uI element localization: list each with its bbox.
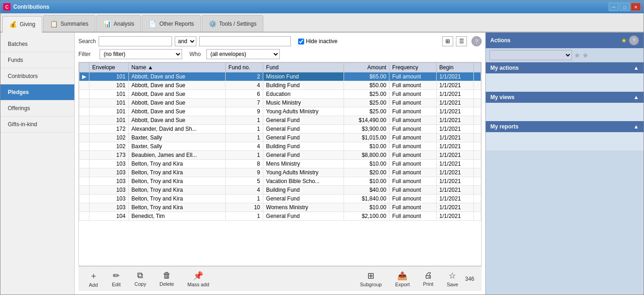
search-input-2[interactable] [199, 36, 291, 46]
my-views-title: My views [490, 94, 515, 100]
table-row[interactable]: ▶101Abbott, Dave and Sue2Mission Fund$65… [79, 72, 481, 81]
save-button[interactable]: ☆ Save [440, 269, 465, 289]
begin-cell: 1/1/2021 [436, 134, 473, 142]
begin-cell: 1/1/2021 [436, 203, 473, 212]
fund-no-cell: 1 [226, 134, 263, 142]
scroll-cell [474, 72, 481, 81]
frequency-cell: Full amount [389, 125, 437, 134]
my-views-content [486, 103, 644, 121]
envelope-cell: 102 [89, 134, 129, 142]
edit-button[interactable]: ✏ Edit [105, 269, 128, 289]
scroll-cell [474, 203, 481, 212]
table-row[interactable]: 103Belton, Troy and Kira5Vacation Bible … [79, 177, 481, 186]
help-button[interactable]: ? [472, 36, 482, 46]
amount-cell: $25.00 [344, 90, 389, 99]
table-container[interactable]: Envelope Name ▲ Fund no. Fund Amount Fre… [78, 62, 482, 266]
copy-button[interactable]: ⧉ Copy [128, 269, 153, 289]
begin-cell: 1/1/2021 [436, 125, 473, 134]
table-row[interactable]: 102Baxter, Sally1General Fund$1,015.00Fu… [79, 134, 481, 142]
table-row[interactable]: 173Beaubien, James and Ell...1General Fu… [79, 151, 481, 160]
table-row[interactable]: 103Belton, Troy and Kira1General Fund$1,… [79, 195, 481, 203]
actions-dropdown-star[interactable]: ★ [574, 51, 580, 60]
scroll-cell [474, 142, 481, 151]
fund-no-cell: 1 [226, 125, 263, 134]
subgroup-button[interactable]: ⊞ Subgroup [354, 269, 389, 289]
amount-cell: $8,800.00 [344, 151, 389, 160]
my-reports-header[interactable]: My reports ▲ [486, 121, 644, 132]
table-row[interactable]: 103Belton, Troy and Kira9Young Adults Mi… [79, 168, 481, 177]
col-frequency[interactable]: Frequency [389, 63, 437, 72]
col-fund-no[interactable]: Fund no. [226, 63, 263, 72]
actions-dropdown[interactable] [489, 50, 572, 60]
grid-view-button[interactable]: ⊞ [442, 36, 453, 46]
sidebar-item-offerings[interactable]: Offerings [0, 100, 74, 117]
hide-inactive-label[interactable]: Hide inactive [298, 38, 338, 45]
table-row[interactable]: 103Belton, Troy and Kira10Womens Ministr… [79, 203, 481, 212]
edit-icon: ✏ [113, 271, 120, 281]
list-view-button[interactable]: ☰ [456, 36, 467, 46]
sidebar-item-pledges[interactable]: Pledges [0, 84, 74, 100]
table-row[interactable]: 102Baxter, Sally4Building Fund$10.00Full… [79, 142, 481, 151]
table-row[interactable]: 101Abbott, Dave and Sue9Young Adults Min… [79, 107, 481, 116]
export-icon: 📤 [397, 271, 407, 281]
add-button[interactable]: ＋ Add [82, 268, 105, 289]
delete-button[interactable]: 🗑 Delete [153, 269, 181, 289]
search-input[interactable] [99, 36, 172, 46]
col-amount[interactable]: Amount [344, 63, 389, 72]
tab-analysis[interactable]: 📊 Analysis [96, 15, 141, 32]
filter-select[interactable]: (no filter) [100, 49, 182, 59]
fund-cell: General Fund [263, 116, 344, 125]
amount-cell: $14,490.00 [344, 116, 389, 125]
print-button[interactable]: 🖨 Print [416, 269, 440, 289]
tab-other-reports[interactable]: 📄 Other Reports [142, 15, 200, 32]
my-actions-header[interactable]: My actions ▲ [486, 62, 644, 73]
sidebar-item-contributors[interactable]: Contributors [0, 68, 74, 84]
table-row[interactable]: 101Abbott, Dave and Sue7Music Ministry$2… [79, 99, 481, 107]
frequency-cell: Full amount [389, 90, 437, 99]
export-button[interactable]: 📤 Export [389, 269, 416, 289]
col-fund[interactable]: Fund [263, 63, 344, 72]
fund-cell: Womens Ministry [263, 203, 344, 212]
sidebar-item-funds[interactable]: Funds [0, 52, 74, 68]
summaries-icon: 📋 [50, 20, 58, 28]
actions-help-button[interactable]: ? [629, 35, 639, 45]
actions-star-button[interactable]: ★ [621, 37, 627, 44]
actions-title: Actions [490, 37, 511, 44]
table-row[interactable]: 101Abbott, Dave and Sue1General Fund$14,… [79, 116, 481, 125]
mass-add-button[interactable]: 📌 Mass add [181, 269, 216, 289]
envelope-cell: 101 [89, 72, 129, 81]
maximize-button[interactable]: □ [620, 3, 630, 11]
fund-no-cell: 4 [226, 81, 263, 90]
col-envelope[interactable]: Envelope [89, 63, 129, 72]
fund-cell: General Fund [263, 212, 344, 221]
who-select[interactable]: (all envelopes) [206, 49, 280, 59]
name-cell: Belton, Troy and Kira [128, 177, 225, 186]
tab-tools-settings[interactable]: ⚙️ Tools / Settings [202, 15, 263, 32]
sidebar-item-gifts-in-kind[interactable]: Gifts-in-kind [0, 117, 74, 133]
frequency-cell: Full amount [389, 151, 437, 160]
hide-inactive-checkbox[interactable] [298, 39, 304, 45]
fund-no-cell: 8 [226, 160, 263, 168]
col-name[interactable]: Name ▲ [128, 63, 225, 72]
minimize-button[interactable]: ─ [609, 3, 619, 11]
table-body: ▶101Abbott, Dave and Sue2Mission Fund$65… [79, 72, 481, 221]
and-select[interactable]: and or [175, 36, 196, 46]
table-row[interactable]: 101Abbott, Dave and Sue4Building Fund$50… [79, 81, 481, 90]
tab-giving[interactable]: 💰 Giving [2, 16, 42, 33]
table-row[interactable]: 172Alexander, David and Sh...1General Fu… [79, 125, 481, 134]
close-button[interactable]: ✕ [631, 3, 641, 11]
table-row[interactable]: 103Belton, Troy and Kira4Building Fund$4… [79, 186, 481, 195]
table-row[interactable]: 104Benedict, Tim1General Fund$2,100.00Fu… [79, 212, 481, 221]
tab-summaries[interactable]: 📋 Summaries [43, 15, 95, 32]
amount-cell: $3,900.00 [344, 125, 389, 134]
fund-cell: General Fund [263, 125, 344, 134]
table-row[interactable]: 101Abbott, Dave and Sue6Education$25.00F… [79, 90, 481, 99]
table-row[interactable]: 103Belton, Troy and Kira8Mens Ministry$1… [79, 160, 481, 168]
envelope-cell: 103 [89, 168, 129, 177]
my-views-header[interactable]: My views ▲ [486, 92, 644, 103]
fund-no-cell: 7 [226, 99, 263, 107]
col-begin[interactable]: Begin [436, 63, 473, 72]
actions-dropdown-star2[interactable]: ★ [582, 51, 588, 60]
sidebar-item-batches[interactable]: Batches [0, 36, 74, 52]
fund-no-cell: 1 [226, 195, 263, 203]
